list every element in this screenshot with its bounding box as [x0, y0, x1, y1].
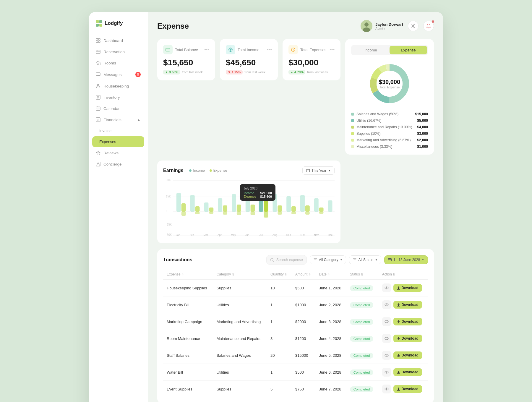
svg-point-28	[413, 25, 414, 27]
sidebar-item-dashboard[interactable]: Dashboard	[89, 35, 148, 46]
sidebar-item-expenses[interactable]: Expenses	[92, 136, 144, 147]
svg-rect-68	[264, 196, 268, 212]
svg-rect-76	[319, 208, 324, 212]
download-button-5[interactable]: Download	[393, 368, 422, 376]
tab-income[interactable]: Income	[352, 46, 390, 54]
download-button-6[interactable]: Download	[393, 385, 422, 393]
expenses-card-menu[interactable]: •••	[330, 47, 335, 52]
cell-quantity-1: 1	[267, 296, 292, 313]
donut-amount: $30,000	[379, 79, 400, 85]
sidebar-item-concierge[interactable]: Concierge	[89, 158, 148, 170]
svg-rect-14	[96, 107, 100, 111]
download-button-2[interactable]: Download	[393, 318, 422, 325]
download-icon	[397, 371, 400, 374]
date-range-label: 1 - 18 June 2028	[393, 258, 420, 262]
legend-item-salaries: Salaries and Wages (50%) $15,000	[351, 112, 428, 116]
cell-action-4: Download	[379, 347, 428, 364]
cell-expense-1: Electricity Bill	[163, 296, 213, 313]
view-button-5[interactable]	[382, 368, 391, 377]
sidebar-item-rooms[interactable]: Rooms	[89, 57, 148, 69]
year-filter-button[interactable]: This Year ▼	[302, 166, 335, 175]
status-filter-button[interactable]: All Status ▼	[349, 255, 381, 264]
svg-text:-30K: -30K	[166, 233, 172, 236]
svg-rect-41	[306, 169, 310, 172]
legend-item-maintenance: Maintenance and Repairs (13.33%) $4,000	[351, 125, 428, 129]
download-button-4[interactable]: Download	[393, 351, 422, 359]
action-btns-4: Download	[382, 351, 424, 360]
tab-expense[interactable]: Expense	[390, 46, 427, 54]
col-action: Action ⇅	[379, 269, 428, 280]
settings-button[interactable]	[408, 21, 419, 31]
legend-label-maintenance: Maintenance and Repairs (13.33%)	[356, 125, 412, 129]
nav-label-invoice: Invoice	[99, 129, 111, 133]
date-range-button[interactable]: 1 - 18 June 2028 ▼	[384, 255, 428, 264]
svg-rect-69	[273, 194, 277, 212]
status-badge: Completed	[350, 386, 374, 392]
sidebar-item-calendar[interactable]: Calendar	[89, 103, 148, 114]
sidebar-item-financials[interactable]: Financials ▲	[89, 114, 148, 125]
sidebar-item-reviews[interactable]: Reviews	[89, 147, 148, 158]
action-btns-0: Download	[382, 283, 424, 292]
table-row: Water Bill Utilities 1 $500 June 6, 2028…	[163, 364, 428, 381]
view-button-2[interactable]	[382, 317, 391, 326]
status-filter-icon	[353, 258, 356, 262]
svg-text:Feb: Feb	[190, 234, 194, 236]
category-filter-button[interactable]: All Category ▼	[310, 255, 346, 264]
cell-quantity-5: 1	[267, 364, 292, 381]
svg-text:Jan: Jan	[176, 234, 180, 236]
view-button-6[interactable]	[382, 385, 391, 393]
transactions-table: Expense ⇅ Category ⇅ Quantity ⇅ Amount ⇅…	[163, 269, 428, 397]
nav-label-calendar: Calendar	[103, 106, 120, 111]
sidebar-item-messages[interactable]: Messages 5	[89, 69, 148, 80]
view-button-3[interactable]	[382, 334, 391, 343]
cell-amount-1: $1000	[292, 296, 316, 313]
cell-date-1: June 2, 2028	[316, 296, 346, 313]
income-card-menu[interactable]: •••	[267, 47, 272, 52]
sidebar-item-housekeeping[interactable]: Housekeeping	[89, 80, 148, 92]
col-status: Status ⇅	[346, 269, 379, 280]
message-icon	[96, 72, 100, 77]
sidebar-item-invoice[interactable]: Invoice	[89, 125, 148, 136]
gear-icon	[411, 24, 416, 28]
user-role: Admin	[375, 27, 403, 30]
legend-expense: Expense	[210, 168, 227, 173]
sidebar-item-reservation[interactable]: Reservation	[89, 46, 148, 57]
svg-rect-58	[195, 206, 200, 212]
status-badge: Completed	[350, 353, 374, 359]
download-button-3[interactable]: Download	[393, 335, 422, 342]
main-content: Expense Jaylon Dorwart Admin	[148, 12, 443, 402]
income-change-badge: ▼ 1.25%	[226, 70, 243, 74]
sidebar-item-inventory[interactable]: Inventory	[89, 92, 148, 103]
transactions-filters: Search expense All Category ▼ All Status…	[266, 255, 428, 265]
notification-dot	[432, 20, 434, 23]
page-title: Expense	[157, 22, 189, 31]
view-button-1[interactable]	[382, 300, 391, 309]
donut-chart: $30,000 Total Expense	[351, 60, 428, 107]
balance-card-menu[interactable]: •••	[204, 47, 209, 52]
svg-text:Aug: Aug	[273, 234, 277, 236]
view-button-4[interactable]	[382, 351, 391, 360]
chart-legend: Income Expense	[189, 168, 227, 173]
status-filter-label: All Status	[358, 258, 373, 262]
legend-item-marketing: Marketing and Advertising (6.67%) $2,000	[351, 138, 428, 142]
search-box[interactable]: Search expense	[266, 255, 307, 265]
svg-point-114	[386, 321, 387, 322]
notifications-button[interactable]	[423, 21, 434, 31]
view-button-0[interactable]	[382, 283, 391, 292]
expenses-card-title: Total Expenses	[300, 48, 326, 52]
download-button-0[interactable]: Download	[393, 284, 422, 292]
svg-rect-29	[166, 48, 170, 51]
cell-expense-0: Housekeeping Supplies	[163, 280, 213, 296]
nav-label-dashboard: Dashboard	[103, 38, 123, 43]
download-button-1[interactable]: Download	[393, 301, 422, 309]
calendar-icon	[96, 49, 100, 54]
svg-rect-71	[286, 196, 291, 212]
svg-rect-62	[223, 205, 227, 212]
svg-point-126	[386, 388, 387, 390]
chevron-up-icon: ▲	[137, 118, 141, 122]
cell-date-3: June 4, 2028	[316, 330, 346, 347]
cell-action-6: Download	[379, 381, 428, 398]
expenses-change-badge: ▲ 4.79%	[288, 70, 305, 74]
legend-item-supplies: Supplies (10%) $3,000	[351, 132, 428, 136]
cell-category-4: Salaries and Wages	[213, 347, 267, 364]
